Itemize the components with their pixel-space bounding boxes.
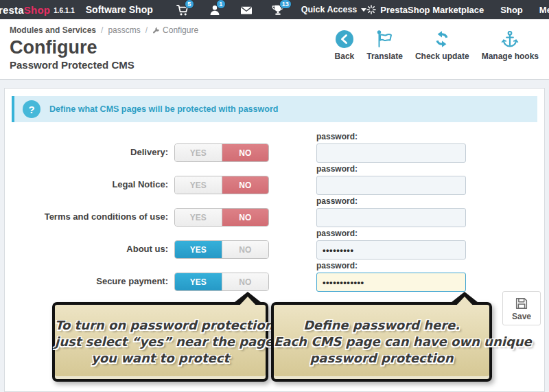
logo-text-accent: Shop bbox=[24, 4, 50, 16]
password-input-focused[interactable] bbox=[316, 273, 466, 292]
messages-icon[interactable] bbox=[240, 3, 253, 16]
achievements-badge: 13 bbox=[279, 0, 292, 9]
password-label: password: bbox=[316, 196, 358, 206]
yes-no-toggle: YES NO bbox=[174, 208, 269, 227]
form-row-delivery: Delivery: YES NO password: bbox=[5, 132, 544, 164]
top-navigation-bar: restaShop 1.6.1.1 Software Shop 5 1 13 Q… bbox=[0, 0, 549, 19]
password-label: password: bbox=[316, 261, 358, 270]
password-label: password: bbox=[316, 229, 358, 238]
check-update-label: Check update bbox=[415, 51, 469, 61]
back-button[interactable]: Back bbox=[329, 30, 361, 61]
callout-line: just select “yes” near the page bbox=[55, 334, 266, 350]
flag-icon bbox=[375, 30, 395, 49]
configure-panel: ? Define what CMS pages will be protecte… bbox=[4, 88, 545, 392]
breadcrumb-section[interactable]: Modules and Services bbox=[10, 25, 96, 35]
toggle-no-button[interactable]: NO bbox=[222, 241, 269, 258]
logo-text: resta bbox=[0, 4, 24, 16]
prestashop-logo[interactable]: restaShop bbox=[0, 4, 50, 16]
annotation-callout-passwords: Define password here. Each CMS page can … bbox=[271, 302, 492, 382]
marketplace-link[interactable]: PrestaShop Marketplace bbox=[366, 5, 484, 15]
form-row-legal-notice: Legal Notice: YES NO password: bbox=[5, 164, 544, 196]
refresh-icon bbox=[432, 30, 452, 49]
quick-access-menu[interactable]: Quick Access bbox=[301, 5, 367, 14]
cms-protection-form: Delivery: YES NO password: Legal Notice:… bbox=[5, 132, 544, 293]
form-row-secure-payment: Secure payment: YES NO password: bbox=[5, 261, 544, 293]
question-mark-icon: ? bbox=[23, 100, 40, 118]
topbar-icon-group: 5 1 13 bbox=[176, 3, 285, 16]
page-header: Modules and Services / passcms / Configu… bbox=[0, 19, 549, 80]
cms-page-label: About us: bbox=[5, 244, 168, 254]
alert-message: Define what CMS pages will be protected … bbox=[49, 104, 278, 114]
store-name: Software Shop bbox=[86, 4, 153, 15]
toggle-yes-button[interactable]: YES bbox=[175, 209, 222, 226]
back-arrow-icon bbox=[335, 30, 354, 49]
yes-no-toggle: YES NO bbox=[174, 143, 269, 162]
toggle-yes-button[interactable]: YES bbox=[175, 176, 222, 194]
cms-page-label: Secure payment: bbox=[5, 276, 168, 286]
callout-arrow-icon bbox=[448, 292, 481, 305]
toggle-no-button[interactable]: NO bbox=[222, 209, 269, 226]
breadcrumb-module[interactable]: passcms bbox=[108, 25, 140, 35]
starburst-icon bbox=[366, 5, 376, 14]
breadcrumb-separator: / bbox=[101, 25, 103, 35]
callout-line: you want to protect bbox=[55, 350, 266, 367]
marketplace-label: PrestaShop Marketplace bbox=[380, 5, 484, 15]
shop-link[interactable]: Shop bbox=[500, 5, 523, 15]
callout-line: password protection bbox=[274, 350, 489, 367]
callout-line: Each CMS page can have own unique bbox=[274, 334, 489, 350]
yes-no-toggle: YES NO bbox=[174, 240, 269, 259]
manage-hooks-label: Manage hooks bbox=[482, 51, 539, 61]
password-input[interactable] bbox=[316, 143, 466, 163]
version-label: 1.6.1.1 bbox=[54, 7, 75, 14]
yes-no-toggle: YES NO bbox=[174, 273, 269, 291]
yes-no-toggle: YES NO bbox=[174, 176, 269, 194]
save-label: Save bbox=[512, 312, 531, 321]
manage-hooks-button[interactable]: Manage hooks bbox=[476, 30, 545, 61]
password-label: password: bbox=[316, 132, 358, 141]
breadcrumb-current-label: Configure bbox=[163, 25, 198, 35]
wrench-icon bbox=[152, 27, 160, 34]
toggle-yes-button[interactable]: YES bbox=[175, 273, 222, 290]
customers-icon[interactable]: 1 bbox=[208, 3, 222, 16]
cart-badge: 5 bbox=[185, 0, 194, 9]
form-row-terms: Terms and conditions of use: YES NO pass… bbox=[5, 196, 544, 229]
header-toolbar: Back Translate Check update Manage hooks bbox=[329, 30, 545, 61]
floppy-disk-icon bbox=[514, 296, 529, 311]
callout-arrow-icon bbox=[231, 292, 264, 305]
customers-badge: 1 bbox=[216, 0, 226, 9]
me-menu[interactable]: Me bbox=[539, 5, 549, 15]
translate-button[interactable]: Translate bbox=[360, 30, 409, 61]
toggle-no-button[interactable]: NO bbox=[222, 273, 269, 290]
cms-page-label: Terms and conditions of use: bbox=[5, 211, 168, 222]
back-label: Back bbox=[335, 51, 355, 61]
password-input[interactable] bbox=[316, 208, 466, 227]
cms-page-label: Delivery: bbox=[5, 147, 168, 157]
form-row-about-us: About us: YES NO password: bbox=[5, 229, 544, 261]
callout-line: To turn on password protection bbox=[55, 317, 266, 334]
password-label: password: bbox=[316, 164, 358, 174]
callout-line: Define password here. bbox=[274, 317, 489, 334]
toggle-yes-button[interactable]: YES bbox=[175, 144, 222, 161]
anchor-icon bbox=[500, 30, 519, 49]
check-update-button[interactable]: Check update bbox=[409, 30, 476, 61]
toggle-no-button[interactable]: NO bbox=[222, 144, 269, 161]
toggle-yes-button[interactable]: YES bbox=[175, 241, 222, 258]
cms-page-label: Legal Notice: bbox=[5, 179, 168, 189]
breadcrumb-current: Configure bbox=[152, 25, 198, 35]
translate-label: Translate bbox=[366, 51, 403, 61]
info-alert: ? Define what CMS pages will be protecte… bbox=[12, 96, 537, 122]
quick-access-label: Quick Access bbox=[301, 5, 358, 14]
password-input[interactable] bbox=[316, 176, 466, 195]
toggle-no-button[interactable]: NO bbox=[222, 176, 269, 194]
cart-icon[interactable]: 5 bbox=[176, 3, 190, 16]
annotation-callout-toggles: To turn on password protection just sele… bbox=[52, 302, 268, 382]
chevron-down-icon bbox=[361, 8, 366, 12]
breadcrumb-separator: / bbox=[145, 25, 148, 35]
password-input[interactable] bbox=[316, 240, 466, 260]
achievements-trophy-icon[interactable]: 13 bbox=[271, 3, 285, 16]
save-button[interactable]: Save bbox=[502, 291, 541, 325]
me-label: Me bbox=[539, 5, 549, 15]
